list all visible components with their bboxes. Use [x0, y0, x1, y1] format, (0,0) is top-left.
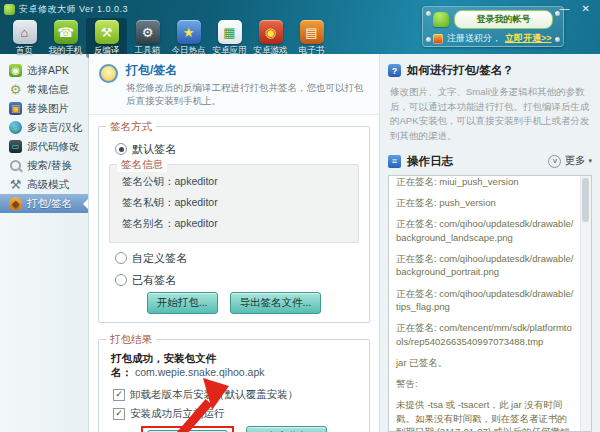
- radio-custom-sign[interactable]: 自定义签名: [115, 251, 361, 266]
- toolbox-icon: ⚙: [136, 20, 160, 44]
- phone-icon: ☎: [54, 20, 78, 44]
- page-header: 打包/签名 将您修改后的反编译工程进行打包并签名，您也可以打包后直接安装到手机上…: [89, 54, 379, 115]
- tab-label: 首页: [16, 45, 33, 57]
- package-icon: ◆: [9, 197, 22, 210]
- rivet-icon: [555, 11, 560, 16]
- sidebar-item-source-edit[interactable]: ▭ 源代码修改: [0, 137, 88, 156]
- sign-method-groupbox: 签名方式 默认签名 签名信息 签名公钥：apkeditor 签名私钥：apked…: [98, 126, 370, 323]
- activate-link[interactable]: 立即开通>>: [505, 32, 552, 45]
- log-entry: 正在签名: com/qihoo/updatesdk/drawable/tips_…: [396, 287, 575, 314]
- sign-alias-row: 签名别名：apkeditor: [122, 217, 350, 231]
- sign-public-key-row: 签名公钥：apkeditor: [122, 175, 350, 189]
- close-button[interactable]: ✕: [582, 4, 590, 14]
- sidebar-item-general-info[interactable]: ⚙ 常规信息: [0, 80, 88, 99]
- sidebar-item-label: 高级模式: [27, 178, 69, 192]
- radio-label: 已有签名: [132, 273, 176, 288]
- operation-log: 正在签名: miui_push_version 正在签名: push_versi…: [388, 175, 592, 432]
- globe-icon: ⊕: [9, 121, 22, 134]
- start-pack-button[interactable]: 开始打包...: [147, 292, 218, 314]
- groupbox-title: 签名方式: [106, 120, 156, 134]
- question-icon: ?: [388, 64, 401, 77]
- sign-private-key-row: 签名私钥：apkeditor: [122, 196, 350, 210]
- rivet-icon: [426, 37, 431, 42]
- sidebar-item-localization[interactable]: ⊕ 多语言/汉化: [0, 118, 88, 137]
- sidebar-item-label: 打包/签名: [27, 197, 72, 211]
- games-icon: ◉: [259, 20, 283, 44]
- window-title: 安卓修改大师 Ver 1.0.0.3: [19, 3, 128, 16]
- log-entry: 未提供 -tsa 或 -tsacert，此 jar 没有时间戳。如果没有时间戳，…: [396, 398, 575, 432]
- star-icon: ★: [177, 20, 201, 44]
- rivet-icon: [555, 37, 560, 42]
- app-logo-icon: [4, 4, 15, 15]
- sidebar-item-label: 替换图片: [27, 102, 69, 116]
- chevron-down-icon: v: [548, 155, 561, 168]
- search-icon: [10, 160, 21, 171]
- lightbulb-icon: [99, 64, 118, 83]
- pack-result-groupbox: 打包结果 打包成功，安装包文件名： com.wepie.snake.qihoo.…: [98, 339, 370, 432]
- checkbox-uninstall-old[interactable]: ✓ 卸载老版本后安装（默认覆盖安装）: [113, 388, 361, 402]
- tab-toolbox[interactable]: ⚙ 工具箱: [127, 18, 168, 58]
- log-entry: jar 已签名。: [396, 356, 575, 369]
- help-panel: ? 如何进行打包/签名？ 修改图片、文字、Smali业务逻辑和其他的参数后，可以…: [379, 54, 600, 432]
- radio-icon: [115, 143, 127, 155]
- sidebar-item-select-apk[interactable]: ◉ 选择APK: [0, 61, 88, 80]
- tab-home[interactable]: ⌂ 首页: [4, 18, 45, 58]
- checkbox-run-after-install[interactable]: ✓ 安装成功后立刻运行: [113, 407, 361, 421]
- radio-default-sign[interactable]: 默认签名: [115, 142, 361, 157]
- radio-icon: [115, 274, 127, 286]
- caret-icon: ▾: [588, 157, 592, 165]
- sidebar: ◉ 选择APK ⚙ 常规信息 ▣ 替换图片 ⊕ 多语言/汉化 ▭ 源代码修改 搜…: [0, 54, 89, 432]
- tab-label: 我的手机: [49, 45, 83, 57]
- checkbox-label: 安装成功后立刻运行: [130, 407, 225, 421]
- sign-info-groupbox: 签名信息 签名公钥：apkeditor 签名私钥：apkeditor 签名别名：…: [109, 164, 359, 243]
- groupbox-title: 签名信息: [117, 158, 167, 172]
- checkbox-icon: ✓: [113, 408, 125, 420]
- home-icon: ⌂: [13, 20, 37, 44]
- tab-hot-today[interactable]: ★ 今日热点: [168, 18, 209, 58]
- sidebar-item-label: 搜索/替换: [27, 159, 72, 173]
- radio-existing-sign[interactable]: 已有签名: [115, 273, 361, 288]
- log-list-icon: ≡: [388, 155, 401, 168]
- promo-text: 注册送积分，: [447, 32, 501, 45]
- pack-status: 打包成功，安装包文件名： com.wepie.snake.qihoo.apk: [111, 352, 361, 380]
- ebooks-icon: ▤: [300, 20, 324, 44]
- log-entry: 正在签名: miui_push_version: [396, 175, 575, 188]
- apk-filename: com.wepie.snake.qihoo.apk: [135, 366, 265, 378]
- checkbox-label: 卸载老版本后安装（默认覆盖安装）: [130, 388, 298, 402]
- help-title: 如何进行打包/签名？: [407, 63, 514, 78]
- log-entry: 警告:: [396, 377, 575, 390]
- log-scrollbar[interactable]: [580, 176, 591, 431]
- android-icon: ◉: [9, 64, 22, 77]
- sidebar-item-advanced-mode[interactable]: ⚒ 高级模式: [0, 175, 88, 194]
- radio-label: 默认签名: [132, 142, 176, 157]
- red-highlight-box: 安装到手机...: [141, 426, 234, 432]
- radio-label: 自定义签名: [132, 251, 187, 266]
- page-title: 打包/签名: [126, 62, 369, 79]
- picture-icon: ▣: [9, 102, 22, 115]
- sidebar-item-replace-images[interactable]: ▣ 替换图片: [0, 99, 88, 118]
- tab-android-games[interactable]: ◉ 安卓游戏: [250, 18, 291, 58]
- scrollbar-thumb[interactable]: [582, 178, 589, 222]
- sidebar-item-label: 选择APK: [27, 64, 69, 78]
- apps-grid-icon: ▦: [218, 20, 242, 44]
- tab-decompile[interactable]: ⚒ 反编译: [86, 18, 127, 58]
- login-button[interactable]: 登录我的帐号: [454, 10, 553, 29]
- sidebar-item-label: 常规信息: [27, 83, 69, 97]
- help-body: 修改图片、文字、Smali业务逻辑和其他的参数后，可以通过本功能进行打包。打包编…: [390, 85, 590, 144]
- login-panel: 登录我的帐号 注册送积分， 立即开通>>: [422, 6, 564, 47]
- sidebar-item-search-replace[interactable]: 搜索/替换: [0, 156, 88, 175]
- page-description: 将您修改后的反编译工程进行打包并签名，您也可以打包后直接安装到手机上。: [126, 82, 369, 108]
- tab-my-phone[interactable]: ☎ 我的手机: [45, 18, 86, 58]
- sidebar-item-package-sign[interactable]: ◆ 打包/签名: [0, 194, 88, 213]
- tab-ebooks[interactable]: ▤ 电子书: [291, 18, 332, 58]
- log-entry: 正在签名: com/qihoo/updatesdk/drawable/backg…: [396, 252, 575, 279]
- export-package-button[interactable]: 导出安装包...: [246, 426, 327, 432]
- gear-icon: ⚙: [9, 83, 22, 96]
- more-dropdown[interactable]: v 更多 ▾: [548, 154, 592, 168]
- log-entry: 正在签名: push_version: [396, 196, 575, 209]
- main-content: 打包/签名 将您修改后的反编译工程进行打包并签名，您也可以打包后直接安装到手机上…: [89, 54, 379, 432]
- sidebar-item-label: 源代码修改: [27, 140, 80, 154]
- sidebar-item-label: 多语言/汉化: [27, 121, 82, 135]
- tab-android-apps[interactable]: ▦ 安卓应用: [209, 18, 250, 58]
- export-sign-file-button[interactable]: 导出签名文件...: [230, 292, 322, 314]
